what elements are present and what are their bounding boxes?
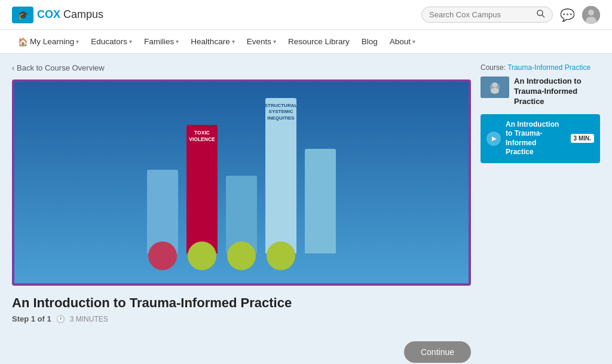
search-input[interactable]: [429, 10, 537, 19]
avatar[interactable]: [582, 6, 600, 24]
sidebar-course-title: An Introduction to Trauma-Informed Pract…: [514, 77, 600, 107]
nav-educators[interactable]: Educators ▾: [85, 30, 138, 54]
nav-events-label: Events: [247, 37, 271, 46]
nav-families-chevron: ▾: [176, 38, 179, 45]
step-text: Step 1 of 1: [12, 314, 51, 323]
continue-btn-row: Continue: [12, 341, 471, 363]
sidebar-course-info: An Introduction to Trauma-Informed Pract…: [481, 77, 600, 107]
back-link-text: Back to Course Overview: [17, 63, 105, 72]
bar-group-3: [226, 176, 257, 253]
bar-1: [147, 170, 178, 253]
circle-4: [267, 241, 295, 270]
nav-my-learning-chevron: ▾: [76, 38, 79, 45]
bar-2-label: TOXICVIOLENCE: [189, 130, 215, 143]
nav-events[interactable]: Events ▾: [241, 30, 282, 54]
svg-text:🎓: 🎓: [18, 10, 29, 20]
continue-button[interactable]: Continue: [404, 341, 471, 363]
bar-4: STRUCTURALSYSTEMICINEQUITIES: [265, 98, 296, 253]
lesson-title: An Introduction to Trauma-Informed Pract…: [506, 120, 566, 157]
circle-3: [227, 241, 256, 270]
clock-icon: 🕐: [56, 315, 65, 323]
bar-group-5: [305, 149, 336, 253]
main-nav: 🏠 My Learning ▾ Educators ▾ Families ▾ H…: [0, 30, 612, 54]
avatar-image: [582, 6, 600, 24]
messages-icon[interactable]: 💬: [560, 8, 575, 22]
search-icon: [537, 10, 545, 18]
bar-group-4: STRUCTURALSYSTEMICINEQUITIES: [265, 98, 296, 253]
logo-text: COX Campus: [37, 8, 103, 21]
play-icon: ▶: [492, 135, 497, 142]
nav-blog-label: Blog: [362, 37, 378, 46]
search-button[interactable]: [537, 10, 545, 20]
nav-healthcare-label: Healthcare: [191, 37, 230, 46]
nav-educators-label: Educators: [91, 37, 127, 46]
svg-point-5: [588, 10, 594, 16]
sidebar-thumb-image: [481, 77, 509, 98]
back-to-course-link[interactable]: ‹ Back to Course Overview: [12, 63, 471, 72]
bar-2: TOXICVIOLENCE: [186, 125, 218, 253]
sidebar-course-label: Course: Trauma-Informed Practice: [481, 63, 600, 72]
play-button[interactable]: ▶: [486, 131, 501, 146]
logo[interactable]: 🎓 COX Campus: [12, 7, 103, 23]
nav-about-chevron: ▾: [412, 38, 415, 45]
nav-my-learning-label: My Learning: [30, 37, 74, 46]
back-chevron-icon: ‹: [12, 64, 14, 72]
sidebar-thumbnail: [481, 77, 509, 98]
svg-line-3: [542, 15, 544, 17]
nav-blog[interactable]: Blog: [356, 30, 384, 54]
nav-resource-library[interactable]: Resource Library: [282, 30, 356, 54]
step-info: Step 1 of 1 🕐 3 MINUTES: [12, 314, 471, 323]
circle-2: [188, 241, 216, 270]
sidebar-course-link-text: Trauma-Informed Practice: [507, 63, 590, 72]
bar-5: [305, 149, 336, 253]
content-column: ‹ Back to Course Overview Trauma Content…: [12, 63, 471, 363]
sidebar-course-link[interactable]: Trauma-Informed Practice: [507, 63, 590, 72]
nav-families-label: Families: [144, 37, 174, 46]
bar-group-1: [147, 170, 178, 253]
sidebar: Course: Trauma-Informed Practice An Intr…: [481, 63, 600, 363]
svg-point-2: [537, 10, 543, 16]
video-player[interactable]: Trauma Content TOXICVIOLENCE: [12, 79, 471, 286]
nav-families[interactable]: Families ▾: [138, 30, 185, 54]
nav-educators-chevron: ▾: [129, 38, 132, 45]
header: 🎓 COX Campus 💬: [0, 0, 612, 30]
duration-badge: 3 MIN.: [571, 134, 594, 143]
nav-my-learning[interactable]: 🏠 My Learning ▾: [12, 30, 85, 54]
home-icon: 🏠: [18, 37, 28, 47]
sidebar-course-label-text: Course:: [481, 63, 506, 72]
circle-1: [148, 241, 177, 270]
svg-point-9: [492, 82, 497, 87]
nav-healthcare-chevron: ▾: [232, 38, 235, 45]
nav-about-label: About: [390, 37, 411, 46]
logo-icon: 🎓: [12, 7, 33, 23]
bar-group-2: TOXICVIOLENCE: [186, 125, 218, 253]
nav-events-chevron: ▾: [273, 38, 276, 45]
search-box: [421, 7, 553, 23]
course-title: An Introduction to Trauma-Informed Pract…: [12, 295, 471, 311]
main-content: ‹ Back to Course Overview Trauma Content…: [0, 54, 612, 364]
header-right: 💬: [421, 6, 600, 24]
nav-about[interactable]: About ▾: [384, 30, 421, 54]
svg-point-10: [491, 88, 499, 94]
duration-text: 3 MINUTES: [70, 315, 108, 323]
nav-resource-library-label: Resource Library: [288, 37, 350, 46]
active-lesson-item[interactable]: ▶ An Introduction to Trauma-Informed Pra…: [481, 114, 600, 163]
bar-4-label: STRUCTURALSYSTEMICINEQUITIES: [265, 103, 298, 121]
nav-healthcare[interactable]: Healthcare ▾: [185, 30, 240, 54]
